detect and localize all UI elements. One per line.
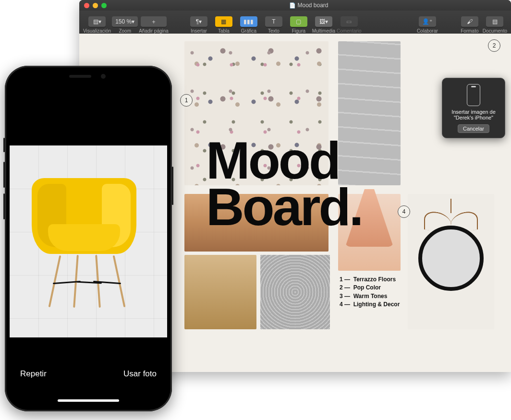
insert-button[interactable]: ¶▾ Insertar [187, 16, 211, 34]
iphone-screen: Repetir Usar foto [10, 71, 167, 407]
add-page-button[interactable]: ＋ Añadir página [139, 16, 169, 34]
zoom-button[interactable]: 150 %▾ Zoom [112, 16, 138, 34]
format-button[interactable]: 🖌 Formato [458, 16, 482, 34]
volume-down-button[interactable] [3, 193, 5, 219]
zoom-icon[interactable] [101, 3, 107, 8]
toolbar: ▤▾ Visualización 150 %▾ Zoom ＋ Añadir pá… [79, 11, 511, 36]
document-icon: ▤ [486, 16, 503, 27]
minimize-icon[interactable] [93, 3, 98, 8]
callout-2: 2 [488, 39, 500, 52]
use-photo-button[interactable]: Usar foto [123, 369, 157, 379]
chart-icon: ▮▮▮ [240, 16, 257, 27]
shape-icon: ▢ [290, 16, 307, 27]
media-button[interactable]: 🖼▾ Multimedia [312, 16, 336, 34]
callout-1: 1 [180, 94, 193, 107]
document-label: Documento [483, 28, 507, 34]
collaborate-button[interactable]: 👤⁺ Colaborar [415, 16, 439, 34]
media-label: Multimedia [312, 28, 335, 34]
legend[interactable]: 1 — Terrazzo Floors 2 — Pop Color 3 — Wa… [340, 276, 400, 309]
collaborate-label: Colaborar [417, 28, 438, 34]
cancel-button[interactable]: Cancelar [458, 124, 489, 133]
camera-bottom-bar: Repetir Usar foto [10, 337, 167, 407]
media-icon: 🖼▾ [315, 16, 332, 27]
legend-row: 1 — Terrazzo Floors [340, 276, 400, 284]
image-fur[interactable] [260, 255, 330, 329]
callout-4: 4 [398, 205, 410, 218]
collaborate-icon: 👤⁺ [419, 16, 436, 27]
insert-label: Insertar [191, 28, 207, 34]
title-line2: Board. [206, 177, 362, 236]
image-leather-sofa[interactable] [184, 255, 256, 329]
continuity-camera-popover: Insertar imagen de "Derek's iPhone" Canc… [442, 78, 505, 138]
view-label: Visualización [83, 28, 111, 34]
round-mirror [418, 226, 484, 291]
comment-button[interactable]: ▭ Comentario [337, 16, 362, 34]
comment-icon: ▭ [341, 16, 358, 27]
iphone-outline-icon [467, 84, 480, 106]
legend-row: 3 — Warm Tones [340, 292, 400, 300]
window-controls [84, 3, 107, 8]
retake-button[interactable]: Repetir [20, 369, 47, 379]
legend-row: 4 — Lighting & Decor [340, 300, 400, 309]
zoom-value: 150 %▾ [112, 16, 138, 27]
zoom-label: Zoom [119, 28, 131, 34]
text-icon: T [265, 16, 282, 27]
table-button[interactable]: ▦ Tabla [212, 16, 236, 34]
volume-up-button[interactable] [3, 162, 5, 188]
text-button[interactable]: T Texto [262, 16, 286, 34]
window-title: Mood board [111, 2, 506, 9]
shape-button[interactable]: ▢ Figura [287, 16, 311, 34]
captured-photo[interactable] [10, 145, 167, 337]
iphone-device: Repetir Usar foto [5, 66, 172, 411]
mirror-hanger [450, 199, 451, 213]
view-icon: ▤▾ [88, 16, 106, 27]
add-page-label: Añadir página [139, 28, 169, 34]
table-icon: ▦ [215, 16, 232, 27]
view-button[interactable]: ▤▾ Visualización [83, 16, 111, 34]
text-label: Texto [268, 28, 280, 34]
legend-row: 2 — Pop Color [340, 284, 400, 292]
chart-label: Gráfica [241, 28, 256, 34]
image-mirror[interactable] [408, 194, 494, 329]
page-title[interactable]: Mood Board. [206, 137, 362, 230]
mute-switch[interactable] [3, 138, 5, 152]
brush-icon: 🖌 [461, 16, 478, 27]
plus-icon: ＋ [141, 16, 167, 27]
popover-text: Insertar imagen de "Derek's iPhone" [446, 109, 501, 120]
chart-button[interactable]: ▮▮▮ Gráfica [237, 16, 261, 34]
yellow-chair [32, 178, 136, 298]
titlebar[interactable]: Mood board [79, 0, 511, 11]
close-icon[interactable] [84, 3, 89, 8]
shape-label: Figura [292, 28, 305, 34]
format-label: Formato [461, 28, 478, 34]
side-button[interactable] [172, 167, 173, 205]
iphone-bezel: Repetir Usar foto [10, 71, 167, 407]
notch [50, 71, 127, 83]
table-label: Tabla [218, 28, 230, 34]
document-button[interactable]: ▤ Documento [483, 16, 507, 34]
home-indicator[interactable] [58, 399, 119, 402]
pilcrow-icon: ¶▾ [190, 16, 207, 27]
comment-label: Comentario [337, 28, 362, 34]
